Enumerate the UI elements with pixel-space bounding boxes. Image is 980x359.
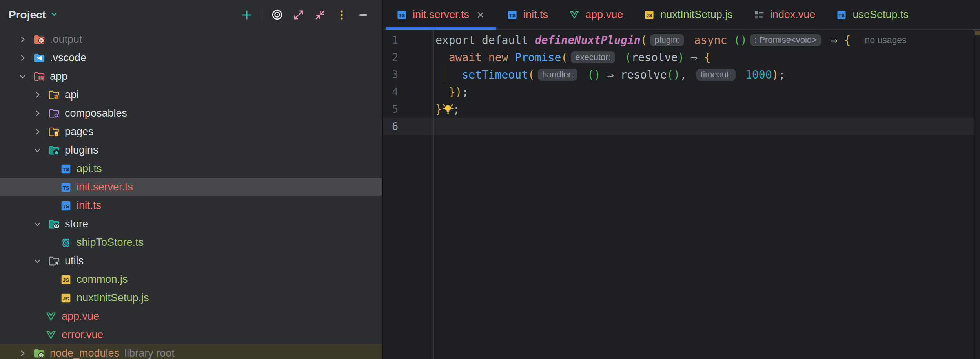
line-number: 4 (383, 86, 433, 98)
tree-item-app.vue[interactable]: app.vue (0, 307, 382, 326)
file-store-icon (60, 236, 72, 249)
file-ts-icon: TS (60, 163, 72, 175)
tree-item-api[interactable]: api (0, 86, 382, 104)
kebab-icon[interactable] (335, 8, 348, 22)
tree-item-store[interactable]: store (0, 215, 382, 233)
file-js-icon: JS (60, 273, 72, 286)
tree-item-composables[interactable]: composables (0, 104, 382, 123)
tree-item-pages[interactable]: pages (0, 123, 382, 141)
inlay-hint: plugin: (650, 34, 684, 46)
svg-text:TS: TS (62, 167, 69, 172)
tab-label: app.vue (585, 9, 623, 21)
svg-text:TS: TS (62, 203, 69, 209)
folder-store-icon (48, 218, 60, 231)
tree-item-label: pages (65, 126, 94, 138)
folder-api-icon (48, 89, 60, 101)
svg-text:JS: JS (647, 13, 652, 18)
tree-item-label: composables (65, 107, 127, 119)
error-stripe-mark[interactable] (975, 31, 980, 35)
code-line-1[interactable]: 1export default defineNuxtPlugin(plugin:… (383, 31, 980, 49)
chevron-right-icon[interactable] (33, 127, 48, 136)
tree-item-shipToStore.ts[interactable]: shipToStore.ts (0, 233, 382, 252)
tree-item-label: nuxtInitSetup.js (77, 292, 149, 304)
plus-icon[interactable] (240, 8, 253, 22)
folder-module-icon (33, 70, 46, 83)
chevron-right-icon[interactable] (18, 349, 33, 358)
tree-item-utils[interactable]: utils (0, 252, 382, 270)
vue-file-icon (568, 9, 580, 21)
usages-hint[interactable]: no usages (865, 35, 906, 45)
toolbar-separator (262, 10, 262, 20)
svg-text:TS: TS (509, 13, 516, 18)
chevron-down-icon[interactable] (18, 72, 33, 81)
folder-excluded-icon (33, 33, 46, 46)
chevron-down-icon[interactable] (33, 146, 48, 155)
code-line-3[interactable]: 3 setTimeout(handler: () ⇒ resolve(), ti… (383, 66, 980, 83)
editor-scrollbar-stripe[interactable] (975, 30, 980, 359)
tree-item-label: error.vue (62, 329, 104, 341)
svg-text:TS: TS (838, 13, 845, 18)
line-number: 3 (383, 69, 433, 81)
chevron-right-icon[interactable] (33, 109, 48, 118)
code-line-content: await new Promise(executor: (resolve) ⇒ … (433, 51, 980, 64)
tree-item-common.js[interactable]: JScommon.js (0, 270, 382, 289)
tree-item-app[interactable]: app (0, 67, 382, 86)
tree-item-label: app.vue (62, 310, 99, 322)
tree-item-node_modules[interactable]: node_moduleslibrary root (0, 344, 382, 359)
tab-init.ts[interactable]: TSinit.ts (496, 0, 558, 29)
tab-useSetup.ts[interactable]: TSuseSetup.ts (825, 0, 919, 29)
folder-plugins-icon (48, 144, 60, 157)
tree-item-nuxtInitSetup.js[interactable]: JSnuxtInitSetup.js (0, 289, 382, 307)
tab-index.vue[interactable]: index.vue (743, 0, 826, 29)
tab-label: init.ts (523, 9, 548, 21)
tree-item-api.ts[interactable]: TSapi.ts (0, 159, 382, 178)
tab-label: nuxtInitSetup.js (660, 9, 733, 21)
index-file-icon (753, 9, 765, 21)
tree-item-error.vue[interactable]: error.vue (0, 326, 382, 344)
folder-composables-icon (48, 107, 60, 120)
code-line-content: }; (433, 102, 980, 116)
tree-item-.vscode[interactable]: .vscode (0, 49, 382, 67)
folder-node-modules-icon (33, 347, 46, 359)
chevron-right-icon[interactable] (18, 53, 33, 62)
file-ts-icon: TS (60, 181, 72, 194)
target-icon[interactable] (270, 8, 284, 22)
js-file-icon: JS (643, 9, 655, 21)
tree-item-init.server.ts[interactable]: TSinit.server.ts (0, 178, 382, 196)
tree-item-.output[interactable]: .output (0, 30, 382, 49)
tree-item-plugins[interactable]: plugins (0, 141, 382, 159)
file-vue-icon (45, 329, 57, 341)
expand-icon[interactable] (292, 8, 305, 22)
project-panel-header: Project (0, 0, 382, 29)
code-editor[interactable]: 1export default defineNuxtPlugin(plugin:… (383, 30, 980, 359)
project-view-selector[interactable]: Project (9, 9, 59, 21)
code-line-2[interactable]: 2 await new Promise(executor: (resolve) … (383, 49, 980, 66)
code-line-4[interactable]: 4 }); (383, 83, 980, 101)
tree-item-label: store (65, 218, 88, 230)
chevron-right-icon[interactable] (33, 90, 48, 99)
tab-app.vue[interactable]: app.vue (558, 0, 633, 29)
tab-nuxtInitSetup.js[interactable]: JSnuxtInitSetup.js (633, 0, 743, 29)
code-line-6[interactable]: 6 (383, 118, 980, 135)
chevron-down-icon[interactable] (33, 220, 48, 229)
editor-pane: TSinit.server.tsTSinit.tsapp.vueJSnuxtIn… (383, 0, 980, 359)
line-number: 2 (383, 51, 433, 63)
code-line-content: setTimeout(handler: () ⇒ resolve(), time… (433, 68, 980, 81)
chevron-right-icon[interactable] (18, 35, 33, 44)
code-line-5[interactable]: 5}; (383, 101, 980, 118)
tree-item-label: app (50, 70, 67, 82)
tab-label: init.server.ts (413, 9, 469, 21)
tree-item-label: utils (65, 255, 84, 267)
inlay-hint: executor: (571, 51, 615, 63)
close-icon[interactable] (475, 9, 486, 20)
gutter-divider (433, 30, 434, 359)
tree-item-label: common.js (77, 273, 128, 286)
collapse-icon[interactable] (313, 8, 327, 22)
tab-init.server.ts[interactable]: TSinit.server.ts (386, 0, 496, 29)
chevron-down-icon[interactable] (33, 256, 48, 266)
ts-file-icon: TS (396, 9, 408, 21)
tree-item-init.ts[interactable]: TSinit.ts (0, 196, 382, 215)
folder-pages-icon (48, 126, 60, 138)
ts-file-icon: TS (836, 9, 847, 21)
minus-icon[interactable] (357, 8, 370, 22)
